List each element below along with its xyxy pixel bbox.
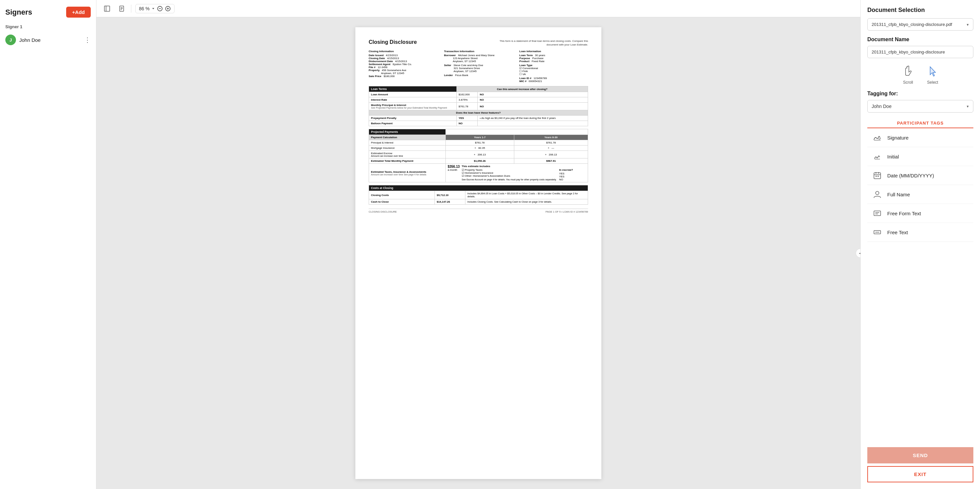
tags-list: Signature Initial	[867, 128, 974, 242]
sidebar-title: Signers	[5, 8, 32, 17]
svg-rect-16	[878, 176, 878, 177]
tag-item-full-name[interactable]: Full Name	[867, 185, 974, 204]
tag-item-initial[interactable]: Initial	[867, 147, 974, 166]
svg-rect-11	[874, 173, 881, 179]
zoom-control: 86 %	[135, 4, 175, 13]
initial-icon	[872, 151, 883, 162]
document-name-input[interactable]	[867, 46, 974, 58]
person-icon	[872, 189, 883, 200]
signer-section-label: Signer 1	[5, 24, 91, 29]
doc-info-section: Closing Information Date Issued 4/15/201…	[369, 50, 588, 83]
exit-button[interactable]: EXIT	[867, 466, 974, 483]
transaction-info-col: Transaction Information Borrower Michael…	[444, 50, 513, 83]
document-icon-button[interactable]	[116, 4, 127, 13]
svg-rect-15	[876, 176, 877, 177]
collapse-panel-button[interactable]: ◀	[856, 248, 860, 258]
svg-rect-18	[874, 211, 881, 216]
sidebar: Signers +Add Signer 1 J John Doe ⋮	[0, 0, 96, 489]
document-footer: CLOSING DISCLOSURE PAGE 1 OF 5 • LOAN ID…	[369, 209, 588, 213]
sidebar-toggle-button[interactable]	[102, 4, 112, 13]
date-tag-label: Date (MM/DD/YYYY)	[887, 173, 934, 178]
signature-tag-label: Signature	[887, 135, 908, 141]
send-button[interactable]: SEND	[867, 447, 974, 464]
calendar-icon	[872, 170, 883, 181]
costs-at-closing-table: Costs at Closing Closing Costs $9,712.10…	[369, 185, 588, 205]
document-title: Closing Disclosure	[369, 39, 417, 45]
loan-info-col: Loan Information Loan Term 30 years Purp…	[519, 50, 588, 83]
main-content: 86 % ◀ Closing Disclosure This form is a…	[96, 0, 860, 489]
zoom-in-button[interactable]	[165, 6, 171, 12]
document-subtitle: This form is a statement of final loan t…	[488, 39, 588, 46]
document-dropdown-wrapper[interactable]: 201311_cfpb_kbyo_closing-disclosure.pdf	[867, 18, 974, 30]
add-signer-button[interactable]: +Add	[66, 6, 91, 17]
select-label: Select	[927, 80, 938, 85]
avatar: J	[5, 35, 16, 45]
toolbar-divider	[131, 5, 131, 13]
tagging-for-label: Tagging for:	[867, 91, 974, 97]
scroll-icon	[901, 64, 915, 79]
signer-row: J John Doe ⋮	[5, 33, 91, 47]
sidebar-header: Signers +Add	[5, 6, 91, 17]
tagging-for-dropdown[interactable]: John Doe	[867, 100, 974, 113]
signature-icon	[872, 132, 883, 143]
bottom-buttons: SEND EXIT	[861, 440, 980, 489]
free-text-tag-label: Free Text	[887, 230, 908, 235]
toolbar: 86 %	[96, 0, 860, 17]
document-selection-title: Document Selection	[867, 6, 974, 14]
scroll-select-row: Scroll Select	[867, 64, 974, 85]
free-form-text-tag-label: Free Form Text	[887, 211, 921, 216]
tagging-dropdown-wrapper[interactable]: John Doe	[867, 100, 974, 113]
tag-item-free-text[interactable]: Free Text	[867, 223, 974, 242]
select-tool-button[interactable]: Select	[926, 64, 940, 85]
closing-info-col: Closing Information Date Issued 4/15/201…	[369, 50, 438, 83]
svg-point-17	[876, 191, 879, 195]
participant-tags-label: PARTICIPANT TAGS	[867, 117, 974, 128]
tag-item-date[interactable]: Date (MM/DD/YYYY)	[867, 166, 974, 185]
free-text-icon	[872, 227, 883, 238]
document-scroll[interactable]: ◀ Closing Disclosure This form is a stat…	[96, 17, 860, 489]
scroll-label: Scroll	[903, 80, 913, 85]
tag-item-signature[interactable]: Signature	[867, 128, 974, 147]
initial-tag-label: Initial	[887, 154, 899, 159]
zoom-out-button[interactable]	[157, 6, 163, 12]
right-panel: Document Selection 201311_cfpb_kbyo_clos…	[860, 0, 980, 489]
projected-payments-table: Projected Payments Payment Calculation Y…	[369, 129, 588, 183]
document-page: Closing Disclosure This form is a statem…	[355, 27, 601, 479]
document-icon	[118, 5, 125, 12]
scroll-tool-button[interactable]: Scroll	[901, 64, 915, 85]
svg-rect-0	[104, 6, 110, 11]
free-form-text-icon	[872, 208, 883, 219]
signer-name: John Doe	[19, 37, 81, 43]
full-name-tag-label: Full Name	[887, 192, 910, 197]
tag-item-free-form-text[interactable]: Free Form Text	[867, 204, 974, 223]
layout-icon	[104, 5, 110, 12]
select-icon	[926, 64, 940, 79]
signer-menu-icon[interactable]: ⋮	[84, 37, 91, 43]
chevron-down-icon	[151, 7, 155, 10]
document-name-label: Document Name	[867, 37, 974, 43]
document-dropdown[interactable]: 201311_cfpb_kbyo_closing-disclosure.pdf	[867, 18, 974, 30]
zoom-value: 86 %	[139, 6, 150, 11]
loan-terms-table: Loan Terms Can this amount increase afte…	[369, 86, 588, 126]
